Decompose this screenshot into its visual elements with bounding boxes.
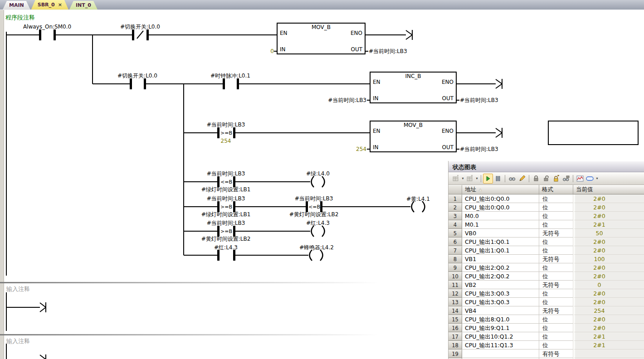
value-cell[interactable]: 2#0 xyxy=(573,272,644,281)
chart-status-on-icon[interactable] xyxy=(483,174,493,184)
contact-operand[interactable]: #切换开关:L0.0 xyxy=(120,24,160,30)
coil-operand[interactable]: #黄:L4.1 xyxy=(406,196,430,202)
table-row[interactable]: 9 CPU_输出2:Q0.2 位 2#0 xyxy=(449,263,644,272)
input-comment-placeholder[interactable]: 输入注释 xyxy=(6,337,30,345)
format-cell[interactable]: 位 xyxy=(539,212,573,220)
table-row[interactable]: 19 有符号 xyxy=(449,349,644,358)
value-cell[interactable]: 2#1 xyxy=(573,220,644,229)
address-column-header[interactable]: 地址▲ xyxy=(462,185,539,194)
value-cell[interactable]: 2#0 xyxy=(573,246,644,255)
table-row[interactable]: 15 CPU_输出8:Q1.0 位 2#0 xyxy=(449,315,644,324)
unforce-icon[interactable] xyxy=(541,174,551,184)
format-cell[interactable]: 位 xyxy=(539,194,573,203)
value-cell[interactable]: 50 xyxy=(573,229,644,238)
value-cell[interactable]: 2#0 xyxy=(573,289,644,298)
mov-b-box-2[interactable]: MOV_B EN ENO IN OUT xyxy=(370,121,457,152)
format-cell[interactable]: 位 xyxy=(539,272,573,281)
contact-operand[interactable]: #切换开关:L0.0 xyxy=(117,73,157,79)
compare-operand[interactable]: #当前时间:LB3 xyxy=(207,121,245,128)
table-row[interactable]: 4 M0.1 位 2#1 xyxy=(449,220,644,229)
table-row[interactable]: 5 VB0 无符号 50 xyxy=(449,229,644,238)
value-column-header[interactable]: 当前值 xyxy=(573,185,644,194)
table-row[interactable]: 2 CPU_输出0:Q0.0 位 2#0 xyxy=(449,203,644,212)
format-cell[interactable]: 位 xyxy=(539,220,573,229)
empty-selection-box[interactable] xyxy=(548,121,639,145)
network-comment[interactable]: 程序段注释 xyxy=(5,14,35,22)
row-number[interactable]: 14 xyxy=(449,306,462,315)
in-constant[interactable]: 0 xyxy=(270,48,274,54)
row-number[interactable]: 4 xyxy=(449,220,462,229)
pause-chart-icon[interactable] xyxy=(493,174,503,184)
table-row[interactable]: 14 VB4 无符号 254 xyxy=(449,306,644,315)
table-row[interactable]: 12 CPU_输出3:Q0.3 位 2#0 xyxy=(449,289,644,298)
address-cell[interactable]: CPU_输出10:Q1.2 xyxy=(462,332,539,341)
compare-setpoint[interactable]: #绿灯时间设置:LB1 xyxy=(201,186,251,193)
close-icon[interactable]: × xyxy=(58,2,62,8)
address-cell[interactable]: M0.1 xyxy=(462,220,539,229)
value-cell[interactable] xyxy=(573,349,644,358)
address-cell[interactable]: M0.0 xyxy=(462,212,539,220)
out-operand[interactable]: #当前时间:LB3 xyxy=(460,97,498,103)
table-row[interactable]: 10 CPU_输出2:Q0.2 位 2#0 xyxy=(449,272,644,281)
write-icon[interactable] xyxy=(517,174,527,184)
row-number[interactable]: 3 xyxy=(449,212,462,220)
format-cell[interactable]: 无符号 xyxy=(539,306,573,315)
insert-row-menu-icon[interactable]: ▾ xyxy=(461,176,465,180)
bookmark-icon[interactable] xyxy=(585,174,595,184)
row-number[interactable]: 7 xyxy=(449,246,462,255)
tab-sbr0[interactable]: SBR_0× xyxy=(31,0,68,10)
compare-setpoint[interactable]: #黄灯时间设置:LB2 xyxy=(201,236,251,242)
in-constant[interactable]: 254 xyxy=(356,146,366,152)
table-row[interactable]: 18 CPU_输出11:Q1.3 位 2#1 xyxy=(449,341,644,349)
out-operand[interactable]: #当前时间:LB3 xyxy=(369,48,407,54)
format-cell[interactable]: 无符号 xyxy=(539,281,573,289)
compare-operand[interactable]: #当前时间:LB3 xyxy=(207,170,245,177)
format-cell[interactable]: 位 xyxy=(539,315,573,324)
compare-operand[interactable]: #当前时间:LB3 xyxy=(207,220,245,226)
row-number[interactable]: 16 xyxy=(449,324,462,332)
coil-operand[interactable]: #蜂鸣器:L4.2 xyxy=(299,244,334,251)
address-cell[interactable]: CPU_输出2:Q0.2 xyxy=(462,272,539,281)
row-number[interactable]: 5 xyxy=(449,229,462,238)
address-cell[interactable]: CPU_输出1:Q0.1 xyxy=(462,246,539,255)
table-row[interactable]: 7 CPU_输出1:Q0.1 位 2#0 xyxy=(449,246,644,255)
address-cell[interactable]: CPU_输出2:Q0.2 xyxy=(462,263,539,272)
compare-operand[interactable]: #当前时间:LB3 xyxy=(295,195,333,202)
format-cell[interactable]: 无符号 xyxy=(539,255,573,263)
table-row[interactable]: 6 CPU_输出1:Q0.1 位 2#0 xyxy=(449,238,644,246)
trend-view-icon[interactable] xyxy=(575,174,585,184)
compare-setpoint[interactable]: #黄灯时间设置:LB2 xyxy=(289,211,339,218)
value-cell[interactable]: 2#0 xyxy=(573,263,644,272)
delete-row-icon[interactable] xyxy=(465,174,475,184)
corner-header-cell[interactable] xyxy=(449,185,462,194)
value-cell[interactable]: 2#1 xyxy=(573,332,644,341)
format-cell[interactable]: 无符号 xyxy=(539,229,573,238)
mov-b-box-1[interactable]: MOV_B EN ENO IN OUT xyxy=(277,23,366,54)
address-cell[interactable]: CPU_输出3:Q0.3 xyxy=(462,289,539,298)
format-cell[interactable]: 位 xyxy=(539,246,573,255)
coil-operand[interactable]: #绿:L4.0 xyxy=(306,170,330,177)
contact-operand[interactable]: Always_On:SM0.0 xyxy=(23,24,71,30)
table-row[interactable]: 17 CPU_输出10:Q1.2 位 2#1 xyxy=(449,332,644,341)
address-cell[interactable]: CPU_输出0:Q0.0 xyxy=(462,194,539,203)
force-all-icon[interactable] xyxy=(551,174,561,184)
force-icon[interactable] xyxy=(531,174,541,184)
insert-row-icon[interactable] xyxy=(451,174,461,184)
format-column-header[interactable]: 格式 xyxy=(539,185,573,194)
format-cell[interactable]: 位 xyxy=(539,324,573,332)
value-cell[interactable]: 2#0 xyxy=(573,315,644,324)
compare-operand[interactable]: #当前时间:LB3 xyxy=(207,195,245,202)
format-cell[interactable]: 有符号 xyxy=(539,349,573,358)
value-cell[interactable]: 0 xyxy=(573,281,644,289)
read-forced-icon[interactable] xyxy=(561,174,571,184)
table-row[interactable]: 8 VB1 无符号 100 xyxy=(449,255,644,263)
address-cell[interactable]: CPU_输出9:Q1.1 xyxy=(462,324,539,332)
format-cell[interactable]: 位 xyxy=(539,341,573,349)
value-cell[interactable]: 254 xyxy=(573,306,644,315)
row-number[interactable]: 19 xyxy=(449,349,462,358)
row-number[interactable]: 2 xyxy=(449,203,462,212)
table-row[interactable]: 13 CPU_输出3:Q0.3 位 2#0 xyxy=(449,298,644,306)
value-cell[interactable]: 2#0 xyxy=(573,203,644,212)
value-cell[interactable]: 2#0 xyxy=(573,212,644,220)
delete-row-menu-icon[interactable]: ▾ xyxy=(475,176,479,180)
